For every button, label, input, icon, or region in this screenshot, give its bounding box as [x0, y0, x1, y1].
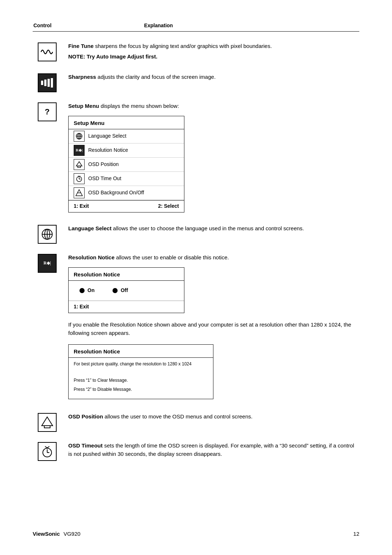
menu-exit-label: 1: Exit — [74, 202, 89, 210]
language-bold: Language Select — [68, 225, 111, 231]
option-off: Off — [113, 287, 128, 295]
osd-timeout-entry: OSD Timeout sets the length of time the … — [33, 441, 359, 461]
globe-icon — [38, 225, 57, 244]
osd-time-desc: sets the length of time the OSD screen i… — [68, 442, 354, 457]
res-info-line1: For best picture quality, change the res… — [74, 361, 208, 368]
setup-menu-text: Setup Menu displays the menu shown below… — [62, 102, 359, 215]
svg-line-26 — [45, 446, 47, 448]
res-info-body: For best picture quality, change the res… — [69, 358, 213, 399]
osd-pos-icon — [38, 413, 57, 432]
fine-tune-icon-cell — [33, 42, 62, 61]
control-header: Control — [33, 23, 129, 28]
menu-osd-time-icon — [74, 173, 85, 184]
menu-item-resolution: R◈| Resolution Notice — [69, 143, 184, 158]
setup-menu-desc: displays the menu shown below: — [99, 103, 179, 109]
fine-tune-entry: Fine Tune sharpens the focus by aligning… — [33, 42, 359, 63]
res-info-title: Resolution Notice — [69, 345, 213, 358]
res-info-line2: Press “1” to Clear Message. — [74, 377, 208, 384]
sharpness-icon-cell — [33, 73, 62, 92]
language-select-text: Language Select allows the user to choos… — [62, 224, 359, 235]
menu-osd-time-label: OSD Time Out — [88, 175, 121, 183]
fine-tune-bold: Fine Tune — [68, 43, 94, 49]
osd-pos-desc: allows the user to move the OSD menus an… — [103, 413, 253, 420]
osd-time-icon — [38, 442, 57, 461]
setup-menu-bold: Setup Menu — [68, 103, 99, 109]
menu-osd-bg-label: OSD Background On/Off — [88, 189, 144, 197]
res-notice-bold: Resolution Notice — [68, 254, 115, 260]
footer-page-number: 12 — [353, 531, 359, 537]
footer-brand: ViewSonic — [33, 531, 60, 537]
menu-language-label: Language Select — [88, 132, 126, 140]
sharpness-text: Sharpness adjusts the clarity and focus … — [62, 73, 359, 83]
sharpness-icon — [38, 73, 57, 92]
fine-tune-icon — [38, 42, 57, 61]
explanation-header: Explanation — [130, 23, 359, 28]
resolution-notice-entry: R◈| Resolution Notice allows the user to… — [33, 253, 359, 403]
question-mark-icon: ? — [45, 107, 49, 117]
menu-resolution-label: Resolution Notice — [88, 146, 128, 154]
footer-brand-model: ViewSonic VG920 — [33, 531, 81, 537]
sharpness-bold: Sharpness — [68, 74, 96, 80]
sharpness-entry: Sharpness adjusts the clarity and focus … — [33, 73, 359, 92]
setup-menu-box: Setup Menu Language Select — [68, 116, 184, 212]
on-label: On — [87, 287, 94, 295]
menu-item-osd-position: OSD Position — [69, 158, 184, 172]
language-desc: allows the user to choose the language u… — [111, 225, 304, 231]
menu-item-language: Language Select — [69, 129, 184, 143]
menu-item-osd-bg: OSD Background On/Off — [69, 186, 184, 200]
svg-line-27 — [47, 446, 49, 448]
dot-on — [79, 288, 85, 293]
res-info-line3: Press “2” to Disable Message. — [74, 386, 208, 393]
svg-marker-8 — [76, 162, 82, 166]
res-notice-icon: R◈| — [38, 254, 57, 273]
svg-rect-22 — [44, 426, 50, 428]
res-notice-desc: allows the user to enable or disable thi… — [115, 254, 229, 260]
page-footer: ViewSonic VG920 12 — [33, 531, 359, 537]
menu-osd-pos-icon — [74, 159, 85, 170]
osd-time-icon-cell — [33, 441, 62, 461]
sharpness-desc: adjusts the clarity and focus of the scr… — [96, 74, 216, 80]
menu-globe-icon — [74, 131, 85, 142]
fine-tune-note: NOTE: Try Auto Image Adjust first. — [68, 53, 158, 60]
resolution-notice-box: Resolution Notice On Off 1: Exit — [68, 267, 184, 313]
fine-tune-desc: sharpens the focus by aligning text and/… — [94, 43, 272, 49]
svg-rect-9 — [78, 166, 81, 167]
menu-item-osd-timeout: OSD Time Out — [69, 172, 184, 186]
svg-rect-0 — [41, 81, 43, 85]
setup-menu-icon: ? — [38, 102, 57, 121]
setup-menu-icon-cell: ? — [33, 102, 62, 121]
osd-pos-bold: OSD Position — [68, 413, 103, 420]
svg-rect-1 — [44, 80, 46, 86]
menu-osd-bg-icon — [74, 187, 85, 198]
osd-position-text: OSD Position allows the user to move the… — [62, 412, 359, 423]
footer-model: VG920 — [64, 531, 81, 537]
setup-menu-entry: ? Setup Menu displays the menu shown bel… — [33, 102, 359, 215]
osd-time-bold: OSD Timeout — [68, 442, 103, 449]
setup-menu-box-title: Setup Menu — [69, 116, 184, 129]
menu-select-label: 2: Select — [158, 202, 179, 210]
svg-rect-3 — [51, 78, 53, 88]
column-header: Control Explanation — [33, 22, 359, 32]
fine-tune-text: Fine Tune sharpens the focus by aligning… — [62, 42, 359, 63]
osd-timeout-text: OSD Timeout sets the length of time the … — [62, 441, 359, 461]
menu-osd-pos-label: OSD Position — [88, 161, 119, 169]
menu-res-icon: R◈| — [74, 145, 85, 156]
svg-marker-21 — [42, 417, 53, 426]
res-notice-icon-cell: R◈| — [33, 253, 62, 273]
dot-off — [113, 288, 118, 293]
off-label: Off — [121, 287, 128, 295]
svg-rect-2 — [48, 79, 50, 87]
resolution-notice-text: Resolution Notice allows the user to ena… — [62, 253, 359, 403]
setup-menu-footer: 1: Exit 2: Select — [69, 200, 184, 212]
option-on: On — [79, 287, 94, 295]
res-notice-label: R◈| — [44, 260, 51, 266]
resolution-info-box: Resolution Notice For best picture quali… — [68, 344, 213, 399]
res-box-footer: 1: Exit — [69, 301, 184, 313]
osd-position-entry: OSD Position allows the user to move the… — [33, 412, 359, 432]
language-select-entry: Language Select allows the user to choos… — [33, 224, 359, 244]
osd-pos-icon-cell — [33, 412, 62, 432]
resolution-options: On Off — [69, 281, 184, 301]
language-icon-cell — [33, 224, 62, 244]
res-box-title: Resolution Notice — [69, 268, 184, 281]
res-notice-paragraph: If you enable the Resolution Notice show… — [68, 320, 359, 337]
